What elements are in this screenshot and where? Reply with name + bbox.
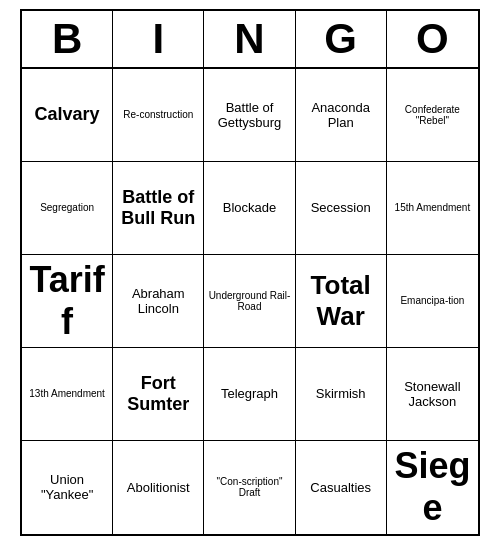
bingo-cell-18: Skirmish <box>296 348 387 441</box>
bingo-cell-3: Anaconda Plan <box>296 69 387 162</box>
bingo-cell-23: Casualties <box>296 441 387 534</box>
bingo-cell-12: Underground Rail-Road <box>204 255 295 348</box>
bingo-cell-16: Fort Sumter <box>113 348 204 441</box>
bingo-cell-24: Siege <box>387 441 478 534</box>
bingo-cell-15: 13th Amendment <box>22 348 113 441</box>
bingo-cell-7: Blockade <box>204 162 295 255</box>
header-letter: I <box>113 11 204 67</box>
header-letter: N <box>204 11 295 67</box>
bingo-cell-6: Battle of Bull Run <box>113 162 204 255</box>
bingo-cell-0: Calvary <box>22 69 113 162</box>
bingo-cell-1: Re-construction <box>113 69 204 162</box>
bingo-cell-9: 15th Amendment <box>387 162 478 255</box>
bingo-cell-8: Secession <box>296 162 387 255</box>
bingo-card: BINGO CalvaryRe-constructionBattle of Ge… <box>20 9 480 536</box>
bingo-cell-14: Emancipa-tion <box>387 255 478 348</box>
bingo-cell-20: Union "Yankee" <box>22 441 113 534</box>
bingo-cell-19: Stonewall Jackson <box>387 348 478 441</box>
header-letter: G <box>296 11 387 67</box>
bingo-cell-17: Telegraph <box>204 348 295 441</box>
bingo-cell-4: Confederate "Rebel" <box>387 69 478 162</box>
bingo-cell-10: Tariff <box>22 255 113 348</box>
bingo-header: BINGO <box>22 11 478 69</box>
bingo-grid: CalvaryRe-constructionBattle of Gettysbu… <box>22 69 478 534</box>
bingo-cell-5: Segregation <box>22 162 113 255</box>
bingo-cell-11: Abraham Lincoln <box>113 255 204 348</box>
bingo-cell-21: Abolitionist <box>113 441 204 534</box>
bingo-cell-22: "Con-scription" Draft <box>204 441 295 534</box>
bingo-cell-2: Battle of Gettysburg <box>204 69 295 162</box>
header-letter: B <box>22 11 113 67</box>
bingo-cell-13: Total War <box>296 255 387 348</box>
header-letter: O <box>387 11 478 67</box>
